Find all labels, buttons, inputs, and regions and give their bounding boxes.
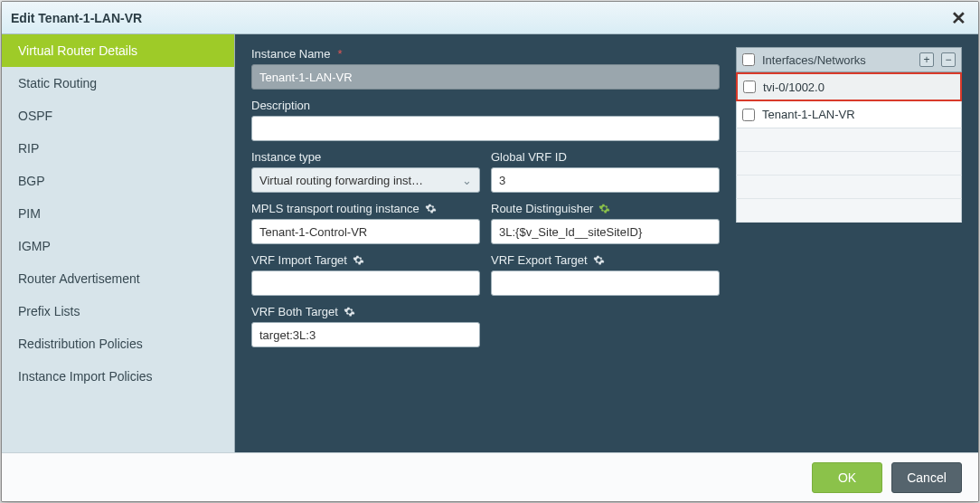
gear-icon[interactable] (593, 254, 605, 266)
mpls-label: MPLS transport routing instance (251, 202, 480, 215)
rd-input[interactable] (491, 219, 720, 244)
tab-router-advertisement[interactable]: Router Advertisement (2, 262, 234, 295)
instance-type-value: Virtual routing forwarding inst… (259, 174, 423, 187)
interface-row-empty (736, 152, 962, 176)
gear-icon[interactable] (425, 203, 437, 214)
tab-virtual-router-details[interactable]: Virtual Router Details (2, 34, 234, 67)
vrf-export-input[interactable] (491, 270, 720, 296)
interface-checkbox[interactable] (742, 109, 755, 121)
main-panel: Instance Name* Description Instance t (235, 34, 978, 452)
description-input[interactable] (251, 116, 720, 141)
instance-name-input[interactable] (251, 64, 720, 90)
tab-rip[interactable]: RIP (2, 132, 234, 165)
vrf-import-input[interactable] (251, 270, 480, 296)
interface-label: Tenant-1-LAN-VR (762, 108, 855, 121)
vrf-import-label: VRF Import Target (251, 253, 480, 267)
titlebar: Edit Tenant-1-LAN-VR ✕ (2, 2, 978, 34)
tab-igmp[interactable]: IGMP (2, 230, 234, 262)
tab-redistribution-policies[interactable]: Redistribution Policies (2, 327, 234, 360)
sidebar: Virtual Router Details Static Routing OS… (2, 34, 235, 452)
close-icon[interactable]: ✕ (947, 7, 969, 29)
instance-name-label: Instance Name* (251, 47, 720, 61)
vrf-export-label: VRF Export Target (491, 253, 720, 267)
dialog-title: Edit Tenant-1-LAN-VR (11, 11, 142, 25)
interfaces-select-all-checkbox[interactable] (742, 53, 755, 66)
description-label: Description (251, 99, 720, 112)
interface-label: tvi-0/1002.0 (763, 81, 825, 94)
vrf-both-input[interactable] (251, 322, 480, 347)
gear-icon[interactable] (598, 203, 610, 214)
interfaces-header: Interfaces/Networks + − (736, 47, 962, 72)
instance-type-select[interactable]: Virtual routing forwarding inst… ⌄ (251, 167, 480, 193)
ok-button[interactable]: OK (812, 462, 882, 493)
add-interface-button[interactable]: + (919, 52, 934, 67)
interface-row[interactable]: Tenant-1-LAN-VR (736, 101, 962, 128)
tab-static-routing[interactable]: Static Routing (2, 67, 234, 100)
instance-type-label: Instance type (251, 150, 480, 164)
global-vrf-id-label: Global VRF ID (491, 150, 720, 164)
tab-bgp[interactable]: BGP (2, 165, 234, 197)
dialog-body: Virtual Router Details Static Routing OS… (2, 34, 978, 452)
vrf-both-label: VRF Both Target (251, 305, 480, 318)
gear-icon[interactable] (353, 254, 364, 266)
interface-checkbox[interactable] (743, 81, 756, 93)
dialog-footer: OK Cancel (2, 452, 978, 501)
chevron-down-icon: ⌄ (462, 174, 472, 187)
interface-row-empty (736, 128, 962, 152)
remove-interface-button[interactable]: − (941, 52, 956, 67)
edit-dialog: Edit Tenant-1-LAN-VR ✕ Virtual Router De… (1, 1, 979, 502)
gear-icon[interactable] (344, 306, 355, 318)
form-area: Instance Name* Description Instance t (251, 47, 720, 356)
tab-pim[interactable]: PIM (2, 197, 234, 230)
rd-label: Route Distinguisher (491, 202, 720, 215)
interface-row[interactable]: tvi-0/1002.0 (736, 72, 962, 101)
tab-ospf[interactable]: OSPF (2, 100, 234, 132)
interfaces-panel: Interfaces/Networks + − tvi-0/1002.0 Ten… (736, 47, 962, 223)
interface-row-empty (736, 176, 962, 199)
tab-instance-import-policies[interactable]: Instance Import Policies (2, 360, 234, 393)
mpls-input[interactable] (251, 219, 480, 244)
interfaces-header-title: Interfaces/Networks (762, 53, 912, 67)
interface-row-empty (736, 199, 962, 223)
global-vrf-id-input[interactable] (491, 167, 720, 193)
tab-prefix-lists[interactable]: Prefix Lists (2, 295, 234, 327)
cancel-button[interactable]: Cancel (891, 462, 962, 493)
